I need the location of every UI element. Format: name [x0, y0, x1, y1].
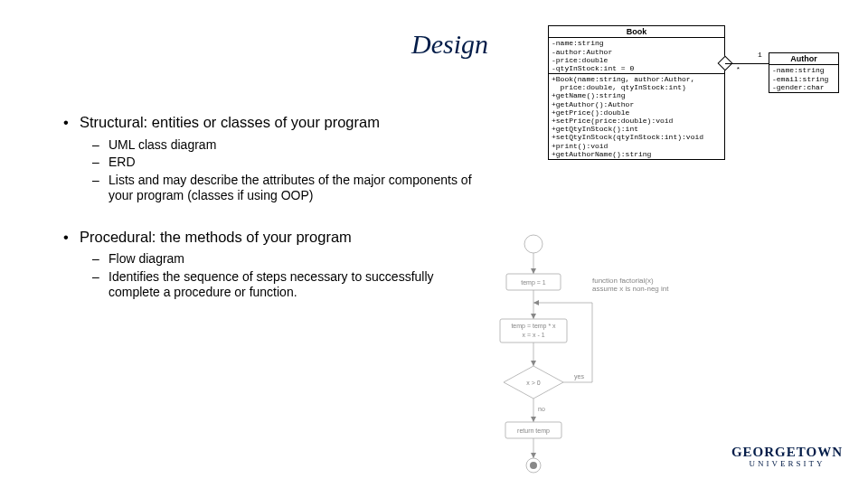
bullet-procedural-sub-1: Flow diagram [63, 251, 488, 267]
svg-text:x = x - 1: x = x - 1 [522, 332, 544, 338]
uml-author-attrs: -name:string -email:string -gender:char [769, 65, 838, 92]
slide-title: Design [0, 29, 542, 60]
flow-no-label: no [538, 406, 545, 412]
svg-marker-4 [531, 314, 536, 319]
content-area: Structural: entities or classes of your … [63, 113, 488, 303]
bullet-procedural-sub-2: Identifies the sequence of steps necessa… [63, 269, 488, 301]
georgetown-logo: GEORGETOWN UNIVERSITY [731, 445, 843, 468]
flow-return-text: return temp [517, 427, 550, 435]
flow-start-icon [524, 235, 542, 253]
flow-cond-text: x > 0 [526, 380, 540, 386]
flowchart-note: function factorial(x) assume x is non-ne… [592, 277, 674, 294]
svg-marker-11 [533, 300, 539, 305]
bullet-structural-sub-2: ERD [63, 155, 488, 171]
uml-multiplicity-star: * [736, 65, 741, 73]
svg-marker-9 [531, 361, 536, 366]
logo-line2: UNIVERSITY [731, 459, 843, 468]
bullet-procedural: Procedural: the methods of your program [63, 228, 488, 247]
flowchart: function factorial(x) assume x is non-ne… [484, 230, 674, 483]
bullet-structural: Structural: entities or classes of your … [63, 113, 488, 132]
svg-marker-13 [531, 417, 536, 422]
flow-yes-label: yes [574, 373, 584, 380]
flow-init-text: temp = 1 [521, 279, 546, 286]
uml-author-name: Author [769, 53, 838, 65]
uml-book-class: Book -name:string -author:Author -price:… [548, 25, 725, 160]
uml-author-class: Author -name:string -email:string -gende… [769, 52, 839, 93]
uml-association-line [725, 63, 769, 64]
svg-point-18 [530, 462, 537, 469]
uml-book-attrs: -name:string -author:Author -price:doubl… [549, 38, 724, 74]
bullet-structural-sub-1: UML class diagram [63, 137, 488, 154]
logo-line1: GEORGETOWN [731, 445, 843, 460]
svg-text:temp = temp * x: temp = temp * x [511, 323, 556, 330]
uml-book-ops: +Book(name:string, author:Author, price:… [549, 74, 724, 159]
uml-book-name: Book [549, 26, 724, 38]
bullet-structural-sub-3: Lists and may describe the attributes of… [63, 173, 488, 204]
uml-multiplicity-one: 1 [758, 51, 762, 59]
uml-diagram: Book -name:string -author:Author -price:… [542, 25, 850, 215]
svg-marker-1 [531, 268, 536, 274]
svg-marker-16 [531, 453, 536, 458]
